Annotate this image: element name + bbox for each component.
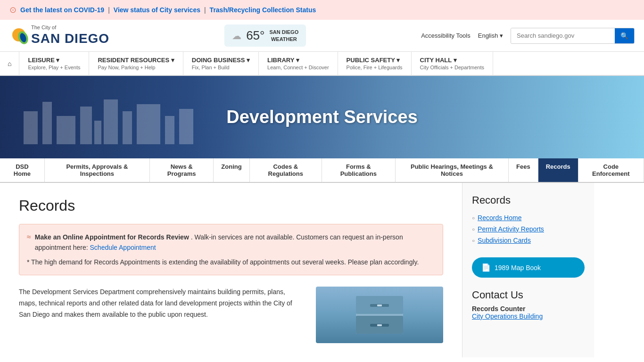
svg-rect-7 <box>94 121 101 144</box>
dsd-nav-home[interactable]: DSD Home <box>0 158 45 182</box>
dsd-nav-code-enforcement[interactable]: Code Enforcement <box>578 158 644 182</box>
city-of-label: The City of <box>31 25 109 31</box>
nav-item-resident[interactable]: RESIDENT RESOURCES ▾ Pay Now, Parking + … <box>89 52 183 75</box>
alert-bold: Make an Online Appointment for Records R… <box>35 233 189 241</box>
alert-bar: ⊙ Get the latest on COVID-19 | View stat… <box>0 0 644 20</box>
search-input[interactable] <box>511 28 615 43</box>
content-wrapper: Records ≈ Make an Online Appointment for… <box>0 183 644 357</box>
dsd-nav-hearings[interactable]: Public Hearings, Meetings & Notices <box>396 158 509 182</box>
sidebar: Records Records Home Permit Activity Rep… <box>462 183 594 357</box>
main-nav: ⌂ LEISURE ▾ Explore, Play + Events RESID… <box>0 52 644 76</box>
header: The City of SAN DIEGO ☁ 65° SAN DIEGO WE… <box>0 20 644 52</box>
nav-label-leisure: LEISURE ▾ <box>28 57 80 64</box>
contact-subtitle: Records Counter <box>472 305 585 313</box>
dsd-nav: DSD Home Permits, Approvals & Inspection… <box>0 158 644 183</box>
hero-banner: Development Services <box>0 76 644 158</box>
top-links: Accessibility Tools English ▾ <box>421 32 503 39</box>
body-image <box>316 287 443 343</box>
header-right: Accessibility Tools English ▾ 🔍 <box>421 28 635 44</box>
svg-rect-10 <box>137 104 160 144</box>
dsd-nav-permits[interactable]: Permits, Approvals & Inspections <box>45 158 150 182</box>
nav-label-safety: PUBLIC SAFETY ▾ <box>347 57 403 64</box>
pdf-icon: 📄 <box>481 263 491 272</box>
schedule-appointment-link[interactable]: Schedule Appointment <box>90 244 156 251</box>
nav-label-library: LIBRARY ▾ <box>267 57 329 64</box>
dsd-nav-news[interactable]: News & Programs <box>150 158 214 182</box>
nav-item-business[interactable]: DOING BUSINESS ▾ Fix, Plan + Build <box>183 52 259 75</box>
weather-label: SAN DIEGO WEATHER <box>269 29 298 42</box>
map-book-button[interactable]: 📄 1989 Map Book <box>472 257 585 278</box>
trash-recycling-link[interactable]: Trash/Recycling Collection Status <box>210 6 316 14</box>
weather-temp: 65° <box>246 28 264 43</box>
body-image-inner <box>316 287 443 343</box>
sidebar-records-title: Records <box>472 194 585 206</box>
weather-cloud-icon: ☁ <box>232 30 241 41</box>
filing-cabinet-icon <box>351 294 408 336</box>
search-button[interactable]: 🔍 <box>615 28 634 43</box>
wave-icon: ≈ <box>27 233 31 241</box>
svg-rect-19 <box>377 324 382 326</box>
nav-sub-leisure: Explore, Play + Events <box>28 65 80 70</box>
city-operations-link[interactable]: City Operations Building <box>472 313 543 320</box>
nav-label-resident: RESIDENT RESOURCES ▾ <box>98 57 174 64</box>
dsd-nav-forms[interactable]: Forms & Publications <box>322 158 396 182</box>
records-alert-box: ≈ Make an Online Appointment for Records… <box>19 224 443 275</box>
alert-text: Make an Online Appointment for Records R… <box>35 232 435 253</box>
covid-link[interactable]: Get the latest on COVID-19 <box>20 6 104 14</box>
home-button[interactable]: ⌂ <box>0 52 19 75</box>
sidebar-links: Records Home Permit Activity Reports Sub… <box>472 212 585 246</box>
dsd-nav-codes[interactable]: Codes & Regulations <box>250 158 322 182</box>
nav-item-safety[interactable]: PUBLIC SAFETY ▾ Police, Fire + Lifeguard… <box>338 52 412 75</box>
nav-sub-library: Learn, Connect + Discover <box>267 65 329 70</box>
svg-rect-11 <box>165 116 174 144</box>
page-title: Records <box>19 197 443 214</box>
home-icon: ⌂ <box>8 60 11 67</box>
dsd-nav-fees[interactable]: Fees <box>509 158 538 182</box>
svg-rect-12 <box>179 109 193 144</box>
contact-us-title: Contact Us <box>472 289 585 301</box>
svg-rect-8 <box>104 99 118 144</box>
svg-rect-6 <box>80 107 92 144</box>
search-bar: 🔍 <box>511 28 635 44</box>
svg-rect-9 <box>123 111 132 144</box>
san-diego-label: SAN DIEGO <box>31 31 109 47</box>
dsd-nav-records[interactable]: Records <box>538 158 578 182</box>
body-paragraph: The Development Services Department comp… <box>19 287 305 320</box>
main-content: Records ≈ Make an Online Appointment for… <box>0 183 462 357</box>
map-book-label: 1989 Map Book <box>495 264 541 272</box>
weather-widget[interactable]: ☁ 65° SAN DIEGO WEATHER <box>224 25 306 47</box>
nav-sub-business: Fix, Plan + Build <box>192 65 250 70</box>
sidebar-link-subdivision: Subdivision Cards <box>472 235 585 246</box>
sidebar-link-records-home: Records Home <box>472 212 585 223</box>
svg-rect-4 <box>42 102 52 144</box>
nav-sub-safety: Police, Fire + Lifeguards <box>347 65 403 70</box>
hero-title: Development Services <box>226 107 418 127</box>
nav-item-library[interactable]: LIBRARY ▾ Learn, Connect + Discover <box>259 52 338 75</box>
svg-rect-18 <box>377 304 382 306</box>
nav-sub-resident: Pay Now, Parking + Help <box>98 65 174 70</box>
alert-icon: ⊙ <box>9 5 17 15</box>
language-selector[interactable]: English ▾ <box>478 32 503 39</box>
logo-area: The City of SAN DIEGO <box>9 25 109 47</box>
svg-rect-5 <box>57 116 75 144</box>
dsd-nav-zoning[interactable]: Zoning <box>214 158 249 182</box>
nav-item-leisure[interactable]: LEISURE ▾ Explore, Play + Events <box>19 52 89 75</box>
alert-header: ≈ Make an Online Appointment for Records… <box>27 232 435 253</box>
logo-text: The City of SAN DIEGO <box>31 25 109 47</box>
body-text-section: The Development Services Department comp… <box>19 287 443 343</box>
city-services-link[interactable]: View status of City services <box>114 6 200 14</box>
records-home-link[interactable]: Records Home <box>478 214 521 222</box>
permit-activity-link[interactable]: Permit Activity Reports <box>478 225 544 233</box>
nav-label-cityhall: CITY HALL ▾ <box>420 57 484 64</box>
svg-rect-3 <box>24 111 38 144</box>
nav-label-business: DOING BUSINESS ▾ <box>192 57 250 64</box>
accessibility-tools-link[interactable]: Accessibility Tools <box>421 32 471 39</box>
subdivision-cards-link[interactable]: Subdivision Cards <box>478 237 531 244</box>
logo-sun-icon <box>9 25 28 46</box>
alert-note: * The high demand for Records Appointmen… <box>27 257 435 267</box>
sidebar-link-permit-activity: Permit Activity Reports <box>472 223 585 235</box>
nav-sub-cityhall: City Officials + Departments <box>420 65 484 70</box>
nav-item-cityhall[interactable]: CITY HALL ▾ City Officials + Departments <box>412 52 493 75</box>
